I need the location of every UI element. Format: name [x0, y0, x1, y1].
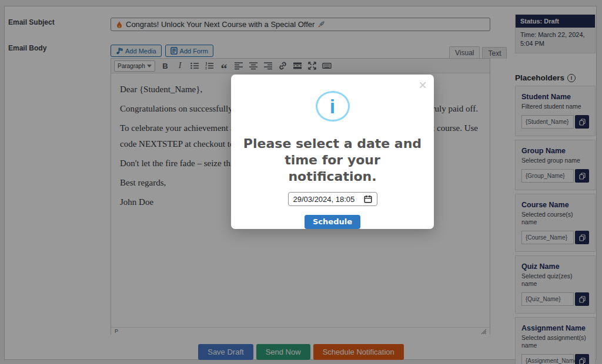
datetime-input[interactable]: 29/03/2024, 18:05: [288, 192, 377, 205]
modal-title: Please select a date and time for your n…: [242, 136, 424, 185]
modal-info-icon: i: [316, 91, 350, 122]
close-icon[interactable]: ×: [419, 78, 427, 92]
schedule-modal: × i Please select a date and time for yo…: [231, 75, 434, 229]
datetime-value: 29/03/2024, 18:05: [293, 195, 355, 204]
page: Email Subject Email Body Congrats! Unloc…: [0, 0, 602, 364]
calendar-icon: [364, 195, 372, 203]
modal-schedule-button[interactable]: Schedule: [305, 215, 360, 229]
